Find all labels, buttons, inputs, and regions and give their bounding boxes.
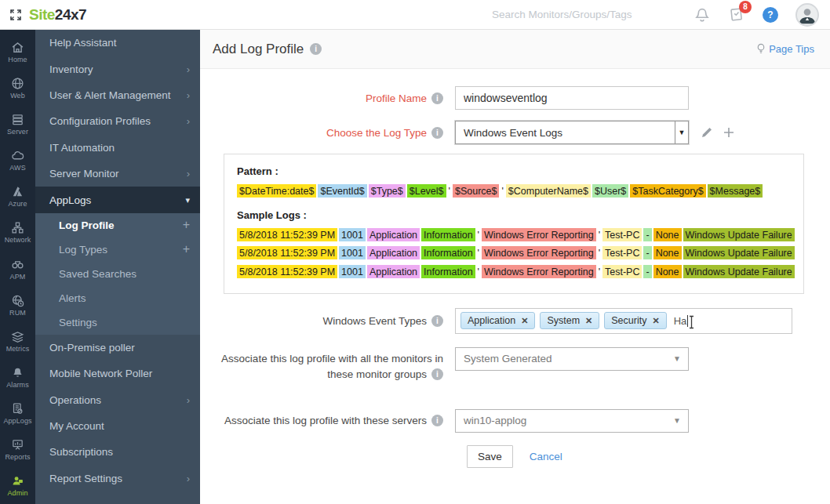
sidebar-subitem-alerts[interactable]: Alerts [35,286,200,310]
event-types-info-icon[interactable]: i [431,315,443,327]
sidebar-item-label: On-Premise poller [49,342,135,354]
sidebar-item-on-premise-poller[interactable]: On-Premise poller [35,335,200,361]
sample-logs: 5/8/2018 11:52:39 PM1001ApplicationInfor… [237,227,791,279]
sidebar-item-it-automation[interactable]: IT Automation [35,135,200,161]
logo[interactable]: Site24x7 [9,6,86,24]
app-root: Site24x7 8 ? HomeWebServerAWSAzureNetwor… [0,0,830,504]
binoculars-icon [11,258,24,271]
help-icon[interactable]: ? [763,7,778,23]
sample-log-token: Windows Update Failure [683,265,795,278]
sidebar-item-server-monitor[interactable]: Server Monitor› [35,161,200,187]
chevron-right-icon: › [187,473,190,484]
pattern-token: ' [448,184,451,198]
profile-name-info-icon[interactable]: i [431,92,443,104]
layers-icon [11,330,24,343]
edit-log-type-icon[interactable] [701,126,713,139]
sidebar-item-label: Subscriptions [49,446,113,458]
rail-item-alarms[interactable]: Alarms [0,359,35,395]
sidebar-item-configuration-profiles[interactable]: Configuration Profiles› [35,108,200,134]
rail-item-applogs[interactable]: AppLogs [0,396,35,432]
reports-icon [11,438,24,451]
servers-value: win10-applog [464,415,688,426]
search-input[interactable] [492,9,676,20]
rail-item-metrics[interactable]: Metrics [0,323,35,359]
sidebar-subitem-saved-searches[interactable]: Saved Searches [35,262,200,286]
sidebar-item-operations[interactable]: Operations› [35,387,200,413]
sample-log-token: Windows Error Reporting [482,228,596,241]
event-types-row: Windows Event Typesi Application✕System✕… [200,308,830,334]
sidebar-item-label: Operations [49,394,101,406]
pattern-token: ' [501,184,504,198]
monitor-groups-select[interactable]: System Generated ▼ [455,347,689,371]
monitor-groups-info-icon[interactable]: i [431,368,443,380]
rail-item-label: Network [5,236,31,244]
page-title-info-icon[interactable]: i [310,43,322,55]
sidebar-subitem-log-profile[interactable]: Log Profile+ [35,213,200,237]
sample-log-token: 1001 [339,265,366,278]
profile-name-input[interactable] [455,86,689,110]
chevron-right-icon: › [187,63,190,75]
chevron-right-icon: › [187,115,190,127]
rail-item-label: Alarms [6,381,29,389]
rail-item-apm[interactable]: APM [0,251,35,287]
chip-remove-icon[interactable]: ✕ [585,316,592,326]
sidebar-subitem-log-types[interactable]: Log Types+ [35,237,200,262]
chip-remove-icon[interactable]: ✕ [521,316,528,326]
sidebar-item-label: Help Assistant [49,37,117,49]
sidebar-subitem-label: Settings [59,317,97,328]
sample-log-token: Information [421,228,475,241]
rail-item-rum[interactable]: RUM [0,287,35,323]
page-tips-link[interactable]: Page Tips [756,43,814,55]
bell-icon[interactable] [693,6,711,24]
sidebar-item-subscriptions[interactable]: Subscriptions [35,439,200,465]
sample-log-token: Windows Error Reporting [482,246,596,259]
event-types-label: Windows Event Types [322,315,427,327]
tasks-icon[interactable]: 8 [728,6,745,24]
rail-item-home[interactable]: Home [0,34,35,70]
sample-logs-heading: Sample Logs : [237,209,791,221]
text-cursor-icon [688,315,695,329]
expand-icon[interactable] [9,9,22,21]
bulb-icon [756,43,766,55]
sidebar-item-report-settings[interactable]: Report Settings› [35,466,200,491]
chip-remove-icon[interactable]: ✕ [652,316,659,326]
log-type-label: Choose the Log Type [326,127,427,139]
save-button[interactable]: Save [467,445,513,468]
sidebar-item-inventory[interactable]: Inventory› [35,56,200,82]
rail-item-web[interactable]: Web [0,70,35,106]
servers-info-icon[interactable]: i [431,415,443,426]
rail-item-reports[interactable]: Reports [0,432,35,468]
cancel-button[interactable]: Cancel [530,451,562,462]
plus-icon[interactable]: + [183,242,190,256]
sidebar-item-user-alert-management[interactable]: User & Alert Management› [35,82,200,108]
add-log-type-icon[interactable] [723,126,735,139]
sidebar-subitem-settings[interactable]: Settings [35,310,200,335]
tasks-glyph [728,13,745,26]
rail-item-server[interactable]: Server [0,106,35,142]
notification-badge: 8 [739,1,752,13]
rail-item-network[interactable]: Network [0,215,35,251]
event-types-input[interactable]: Application✕System✕Security✕Ha [455,308,792,334]
servers-select[interactable]: win10-applog ▼ [455,409,689,433]
rail-item-aws[interactable]: AWS [0,142,35,178]
rail-item-azure[interactable]: Azure [0,179,35,215]
pattern-token: $TaskCategory$ [630,184,705,198]
pattern-token: $EventId$ [318,184,366,198]
avatar[interactable] [795,3,819,27]
sidebar-item-mobile-network-poller[interactable]: Mobile Network Poller [35,361,200,386]
rail-item-admin[interactable]: Admin [0,468,35,504]
rail-item-label: Reports [5,453,30,461]
sidebar-item-label: AppLogs [49,194,91,206]
rail-item-label: AWS [9,164,25,172]
log-type-info-icon[interactable]: i [431,127,443,139]
sample-log-token: Test-PC [602,265,642,278]
plus-icon[interactable]: + [183,218,190,232]
sidebar-item-applogs[interactable]: AppLogs▾ [35,187,200,212]
sidebar-item-my-account[interactable]: My Account [35,413,200,439]
sample-log-token: Information [421,246,475,259]
log-type-select[interactable]: Windows Event Logs ▼ [455,121,689,144]
sample-log-token: 5/8/2018 11:52:39 PM [237,265,337,278]
sidebar-item-label: Mobile Network Poller [49,368,152,379]
sample-log-row: 5/8/2018 11:52:39 PM1001ApplicationInfor… [237,227,791,242]
sidebar-item-help-assistant[interactable]: Help Assistant [35,30,200,56]
